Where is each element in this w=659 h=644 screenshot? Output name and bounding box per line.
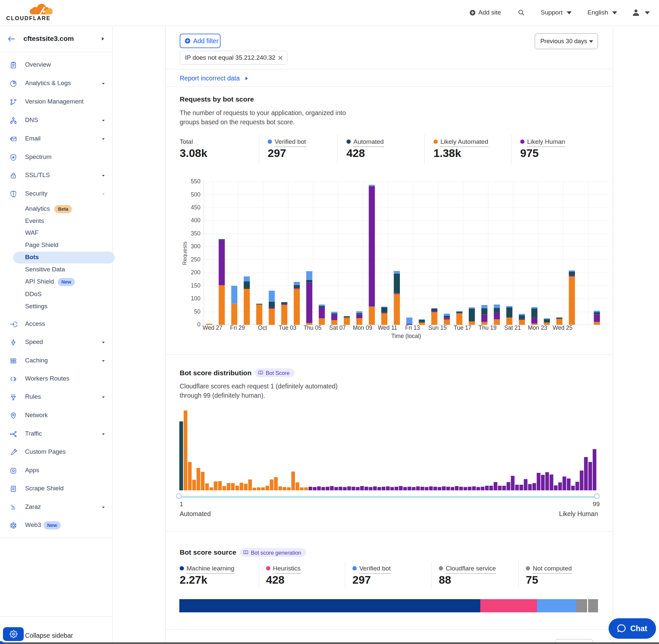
svg-text:250: 250 <box>191 256 201 263</box>
svg-text:450: 450 <box>191 204 201 211</box>
svg-text:Mon 23: Mon 23 <box>528 324 547 331</box>
svg-text:550: 550 <box>191 178 201 185</box>
svg-text:CLOUDFLARE: CLOUDFLARE <box>6 15 51 21</box>
svg-text:Tue 17: Tue 17 <box>454 324 471 331</box>
svg-text:500: 500 <box>191 191 201 198</box>
svg-text:Sat 21: Sat 21 <box>504 324 521 331</box>
svg-text:200: 200 <box>191 269 201 276</box>
svg-text:Wed 27: Wed 27 <box>203 324 222 331</box>
svg-text:Oct: Oct <box>258 324 267 331</box>
svg-text:Wed 11: Wed 11 <box>378 324 397 331</box>
svg-text:Thu 19: Thu 19 <box>479 324 496 331</box>
svg-text:400: 400 <box>191 217 201 224</box>
svg-text:Sun 15: Sun 15 <box>428 324 446 331</box>
svg-text:50: 50 <box>194 308 201 315</box>
svg-text:Thu 05: Thu 05 <box>304 324 322 331</box>
svg-text:100: 100 <box>191 295 201 302</box>
svg-text:150: 150 <box>191 282 201 289</box>
svg-text:0: 0 <box>197 321 201 328</box>
svg-text:Wed 25: Wed 25 <box>553 324 573 331</box>
svg-text:Requests: Requests <box>182 242 188 265</box>
svg-text:Sat 07: Sat 07 <box>329 324 346 331</box>
svg-text:Time (local): Time (local) <box>391 333 421 339</box>
svg-text:Fri 29: Fri 29 <box>230 324 245 331</box>
svg-text:300: 300 <box>191 243 201 250</box>
svg-text:350: 350 <box>191 230 201 237</box>
svg-text:Mon 09: Mon 09 <box>353 324 372 331</box>
svg-text:Fri 13: Fri 13 <box>405 324 420 331</box>
svg-text:Tue 03: Tue 03 <box>279 324 297 331</box>
